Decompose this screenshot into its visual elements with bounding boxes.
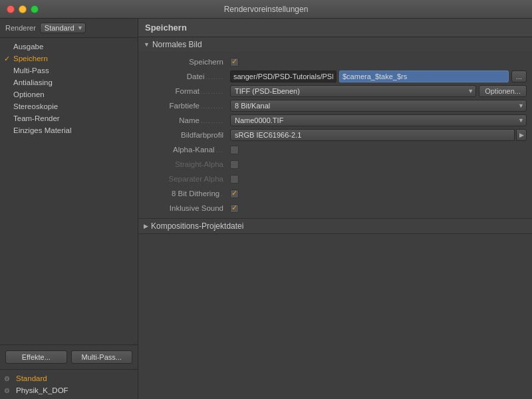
bildfarbprofil-row: Bildfarbprofil sRGB IEC61966-2.1 ▶	[138, 128, 532, 142]
farbtiefe-dropdown-wrapper: 8 Bit/Kanal ▼	[230, 100, 527, 112]
content-panel: Speichern ▼ Normales Bild Speichern	[138, 19, 532, 399]
normales-bild-header[interactable]: ▼ Normales Bild	[138, 37, 532, 52]
speichern-label: Speichern	[13, 55, 48, 63]
renderer-select[interactable]: Standard	[40, 23, 86, 33]
normales-bild-section: ▼ Normales Bild Speichern	[138, 37, 532, 219]
straight-alpha-row: Straight-Alpha	[138, 157, 532, 172]
kompositions-title: Kompositions-Projektdatei	[151, 221, 243, 231]
team-render-label: Team-Render	[13, 114, 60, 122]
sidebar-item-einziges-material[interactable]: Einziges Material	[0, 124, 138, 136]
einziges-material-label: Einziges Material	[13, 126, 72, 134]
bit-dithering-checkbox[interactable]	[230, 190, 239, 198]
datei-highlight-input[interactable]	[339, 70, 509, 82]
render-list: ⚙ Standard ⚙ Physik_K_DOF	[0, 369, 138, 399]
sidebar: Renderer Standard ▼ Ausgabe ✓ Speichern …	[0, 19, 138, 399]
name-row: Name ......... Name0000.TIF ▼	[138, 113, 532, 128]
renderer-select-wrapper: Standard ▼	[40, 23, 86, 33]
sidebar-item-team-render[interactable]: Team-Render	[0, 112, 138, 124]
straight-alpha-control	[230, 160, 527, 169]
renderer-header: Renderer Standard ▼	[0, 19, 138, 38]
inklusive-sound-control	[230, 204, 527, 213]
multi-pass-label: Multi-Pass	[13, 66, 49, 74]
bildfarbprofil-label: Bildfarbprofil	[144, 131, 230, 139]
name-dropdown-wrapper: Name0000.TIF ▼	[230, 114, 527, 126]
ausgabe-label: Ausgabe	[13, 43, 43, 51]
color-profile-wrapper: sRGB IEC61966-2.1 ▶	[230, 129, 527, 141]
straight-alpha-checkbox[interactable]	[230, 160, 239, 169]
farbtiefe-row: Farbtiefe ......... 8 Bit/Kanal ▼	[138, 98, 532, 113]
format-control: TIFF (PSD-Ebenen) ▼ Optionen...	[230, 85, 527, 97]
browse-button[interactable]: ...	[511, 70, 527, 82]
close-button[interactable]	[7, 5, 15, 13]
inklusive-sound-checkbox[interactable]	[230, 204, 239, 213]
straight-alpha-label: Straight-Alpha	[144, 160, 230, 168]
speichern-row: Speichern	[138, 55, 532, 69]
separater-alpha-label: Separater Alpha	[144, 175, 230, 183]
minimize-button[interactable]	[19, 5, 27, 13]
render-item-physik[interactable]: ⚙ Physik_K_DOF	[0, 384, 138, 396]
sidebar-item-speichern[interactable]: ✓ Speichern	[0, 53, 138, 65]
antialiasing-label: Antialiasing	[13, 78, 53, 86]
format-dropdown-wrapper: TIFF (PSD-Ebenen) ▼	[230, 85, 476, 97]
bildfarbprofil-field: sRGB IEC61966-2.1	[230, 129, 515, 141]
name-label: Name .........	[144, 116, 230, 124]
name-select[interactable]: Name0000.TIF	[230, 114, 527, 126]
datei-input[interactable]	[230, 70, 336, 82]
datei-label: Datei .......	[144, 72, 230, 80]
render-physik-label: Physik_K_DOF	[16, 386, 68, 394]
content-header: Speichern	[138, 19, 532, 37]
datei-control: ...	[230, 70, 527, 82]
bit-dithering-control	[230, 190, 527, 198]
window-controls	[7, 5, 39, 13]
multi-pass-button[interactable]: Multi-Pass...	[71, 350, 133, 364]
kompositions-header[interactable]: ▶ Kompositions-Projektdatei	[138, 219, 532, 233]
speichern-check-icon: ✓	[4, 55, 10, 63]
title-bar: Rendervoreinstellungen	[0, 0, 532, 19]
sidebar-item-multi-pass[interactable]: Multi-Pass	[0, 65, 138, 76]
speichern-checkbox[interactable]	[230, 58, 239, 66]
kompositions-triangle: ▶	[144, 223, 148, 229]
normales-bild-content: Speichern Datei .......	[138, 52, 532, 218]
settings-icon-2: ⚙	[4, 387, 10, 394]
maximize-button[interactable]	[31, 5, 39, 13]
bit-dithering-label: 8 Bit Dithering .	[144, 190, 230, 198]
render-item-standard[interactable]: ⚙ Standard	[0, 372, 138, 384]
format-label: Format .........	[144, 87, 230, 95]
inklusive-sound-label: Inklusive Sound	[144, 204, 230, 212]
farbtiefe-control: 8 Bit/Kanal ▼	[230, 100, 527, 112]
alpha-kanal-checkbox[interactable]	[230, 146, 239, 154]
collapse-triangle: ▼	[144, 41, 150, 48]
sidebar-menu: Ausgabe ✓ Speichern Multi-Pass Antialias…	[0, 38, 138, 344]
alpha-kanal-label: Alpha-Kanal ...	[144, 146, 230, 154]
sidebar-bottom-buttons: Effekte... Multi-Pass...	[0, 344, 138, 369]
format-select[interactable]: TIFF (PSD-Ebenen)	[230, 85, 476, 97]
render-standard-label: Standard	[16, 374, 47, 382]
separater-alpha-row: Separater Alpha	[138, 172, 532, 186]
window-title: Rendervoreinstellungen	[224, 5, 309, 14]
speichern-control	[230, 58, 527, 66]
content-body: ▼ Normales Bild Speichern	[138, 37, 532, 399]
stereoskopie-label: Stereoskopie	[13, 102, 58, 110]
bildfarbprofil-arrow[interactable]: ▶	[516, 129, 527, 141]
inklusive-sound-row: Inklusive Sound	[138, 201, 532, 215]
separater-alpha-checkbox[interactable]	[230, 175, 239, 184]
sidebar-item-antialiasing[interactable]: Antialiasing	[0, 76, 138, 88]
speichern-field-label: Speichern	[144, 58, 230, 66]
bit-dithering-row: 8 Bit Dithering .	[138, 186, 532, 201]
separater-alpha-control	[230, 175, 527, 184]
datei-row: Datei ....... ...	[138, 69, 532, 84]
sidebar-item-stereoskopie[interactable]: Stereoskopie	[0, 100, 138, 112]
sidebar-item-optionen[interactable]: Optionen	[0, 88, 138, 100]
bildfarbprofil-control: sRGB IEC61966-2.1 ▶	[230, 129, 527, 141]
format-row: Format ......... TIFF (PSD-Ebenen) ▼ Opt…	[138, 84, 532, 98]
alpha-kanal-row: Alpha-Kanal ...	[138, 142, 532, 157]
main-layout: Renderer Standard ▼ Ausgabe ✓ Speichern …	[0, 19, 532, 399]
farbtiefe-select[interactable]: 8 Bit/Kanal	[230, 100, 527, 112]
optionen-label: Optionen	[13, 90, 45, 98]
renderer-label: Renderer	[5, 24, 36, 32]
optionen-button[interactable]: Optionen...	[479, 85, 527, 97]
effekte-button[interactable]: Effekte...	[5, 350, 67, 364]
alpha-kanal-control	[230, 146, 527, 154]
sidebar-item-ausgabe[interactable]: Ausgabe	[0, 41, 138, 53]
settings-icon: ⚙	[4, 375, 10, 382]
